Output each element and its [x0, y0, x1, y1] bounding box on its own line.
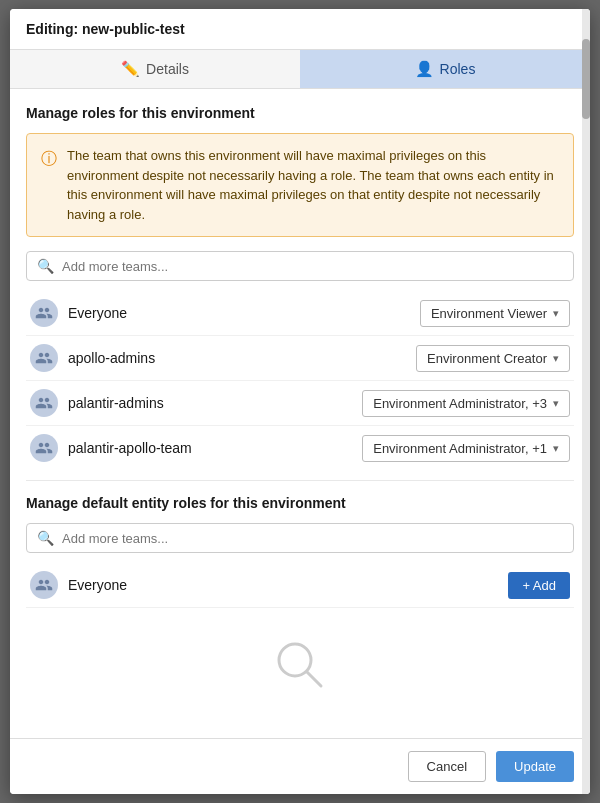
modal-body: Manage roles for this environment ⓘ The … — [10, 89, 590, 738]
role-label: Environment Creator — [427, 351, 547, 366]
person-group-icon — [35, 576, 53, 594]
team-row: palantir-apollo-team Environment Adminis… — [26, 426, 574, 470]
add-default-teams-search-box[interactable]: 🔍 — [26, 523, 574, 553]
svg-line-1 — [307, 672, 321, 686]
modal-title-text: Editing: new-public-test — [26, 21, 185, 37]
avatar — [30, 389, 58, 417]
add-teams-search-input[interactable] — [62, 259, 563, 274]
add-teams-search-box[interactable]: 🔍 — [26, 251, 574, 281]
role-dropdown-palantir-apollo-team[interactable]: Environment Administrator, +1 ▾ — [362, 435, 570, 462]
role-dropdown-palantir-admins[interactable]: Environment Administrator, +3 ▾ — [362, 390, 570, 417]
avatar — [30, 571, 58, 599]
info-box: ⓘ The team that owns this environment wi… — [26, 133, 574, 237]
modal-title: Editing: new-public-test — [10, 9, 590, 50]
modal-dialog: Editing: new-public-test ✏️ Details 👤 Ro… — [10, 9, 590, 794]
team-row: Everyone + Add — [26, 563, 574, 608]
role-dropdown-apollo-admins[interactable]: Environment Creator ▾ — [416, 345, 570, 372]
person-group-icon — [35, 439, 53, 457]
empty-search-icon — [273, 638, 327, 692]
avatar — [30, 299, 58, 327]
default-entity-section: Manage default entity roles for this env… — [26, 480, 574, 722]
team-row: apollo-admins Environment Creator ▾ — [26, 336, 574, 381]
add-default-teams-search-input[interactable] — [62, 531, 563, 546]
team-name: Everyone — [68, 577, 508, 593]
chevron-down-icon: ▾ — [553, 307, 559, 320]
person-group-icon — [35, 394, 53, 412]
empty-state — [26, 608, 574, 722]
scrollbar-thumb[interactable] — [582, 39, 590, 119]
avatar — [30, 434, 58, 462]
role-label: Environment Administrator, +1 — [373, 441, 547, 456]
scrollbar-track[interactable] — [582, 9, 590, 794]
default-entity-section-title: Manage default entity roles for this env… — [26, 495, 574, 511]
role-label: Environment Viewer — [431, 306, 547, 321]
person-icon: 👤 — [415, 60, 434, 78]
info-icon: ⓘ — [41, 147, 57, 224]
avatar — [30, 344, 58, 372]
role-label: Environment Administrator, +3 — [373, 396, 547, 411]
tab-details-label: Details — [146, 61, 189, 77]
role-dropdown-everyone[interactable]: Environment Viewer ▾ — [420, 300, 570, 327]
team-name: apollo-admins — [68, 350, 416, 366]
team-name: palantir-admins — [68, 395, 362, 411]
tab-roles-label: Roles — [440, 61, 476, 77]
team-name: palantir-apollo-team — [68, 440, 362, 456]
team-row: palantir-admins Environment Administrato… — [26, 381, 574, 426]
team-rows-list: Everyone Environment Viewer ▾ apollo-adm… — [26, 291, 574, 470]
tab-bar: ✏️ Details 👤 Roles — [10, 50, 590, 89]
overlay: Editing: new-public-test ✏️ Details 👤 Ro… — [0, 0, 600, 803]
pencil-icon: ✏️ — [121, 60, 140, 78]
search-icon: 🔍 — [37, 258, 54, 274]
person-group-icon — [35, 304, 53, 322]
search-icon: 🔍 — [37, 530, 54, 546]
add-button[interactable]: + Add — [508, 572, 570, 599]
cancel-button[interactable]: Cancel — [408, 751, 486, 782]
chevron-down-icon: ▾ — [553, 442, 559, 455]
chevron-down-icon: ▾ — [553, 397, 559, 410]
person-group-icon — [35, 349, 53, 367]
info-box-text: The team that owns this environment will… — [67, 146, 559, 224]
chevron-down-icon: ▾ — [553, 352, 559, 365]
update-button[interactable]: Update — [496, 751, 574, 782]
roles-section-title: Manage roles for this environment — [26, 105, 574, 121]
team-name: Everyone — [68, 305, 420, 321]
tab-roles[interactable]: 👤 Roles — [300, 50, 590, 88]
tab-details[interactable]: ✏️ Details — [10, 50, 300, 88]
team-row: Everyone Environment Viewer ▾ — [26, 291, 574, 336]
modal-footer: Cancel Update — [10, 738, 590, 794]
